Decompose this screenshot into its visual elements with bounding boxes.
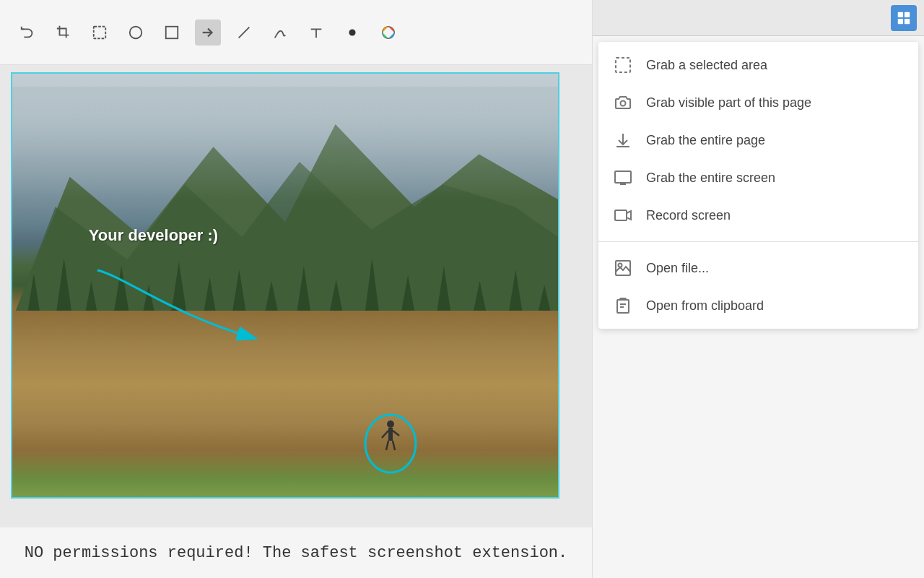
open-file-label: Open file...	[646, 261, 709, 276]
grab-visible-label: Grab visible part of this page	[646, 95, 811, 111]
image-canvas: Your developer :)	[11, 72, 559, 499]
open-file-button[interactable]: Open file...	[598, 249, 918, 287]
svg-rect-2	[166, 26, 178, 38]
grab-visible-button[interactable]: Grab visible part of this page	[598, 84, 918, 121]
download-icon	[613, 130, 633, 150]
clipboard-icon	[613, 296, 633, 316]
svg-rect-39	[898, 18, 903, 23]
extension-button-area	[593, 0, 924, 36]
crop-button[interactable]	[51, 20, 77, 46]
svg-point-1	[130, 26, 142, 38]
menu-section-open: Open file... Open from clipboard	[598, 245, 918, 329]
svg-rect-45	[615, 171, 631, 183]
select-button[interactable]	[87, 20, 113, 46]
image-icon	[613, 258, 633, 278]
svg-point-42	[621, 101, 626, 106]
grab-selected-area-label: Grab a selected area	[646, 58, 767, 73]
open-clipboard-button[interactable]: Open from clipboard	[598, 287, 918, 324]
context-menu: Grab a selected area Grab visible part o…	[598, 42, 918, 329]
record-screen-label: Record screen	[646, 208, 731, 223]
dropdown-panel: Grab a selected area Grab visible part o…	[592, 0, 924, 578]
annotation-circle	[362, 404, 419, 476]
grab-selected-area-button[interactable]: Grab a selected area	[598, 46, 918, 84]
canvas-area: Your developer :)	[0, 65, 592, 578]
record-screen-button[interactable]: Record screen	[598, 197, 918, 234]
grab-entire-page-button[interactable]: Grab the entire page	[598, 121, 918, 159]
menu-section-capture: Grab a selected area Grab visible part o…	[598, 42, 918, 238]
open-clipboard-label: Open from clipboard	[646, 298, 764, 314]
grab-entire-screen-label: Grab the entire screen	[646, 171, 775, 186]
annotation-arrow	[83, 256, 285, 350]
bottom-text-area: NO permissions required! The safest scre…	[0, 527, 592, 578]
svg-line-34	[393, 431, 399, 436]
menu-divider	[598, 241, 918, 242]
line-button[interactable]	[231, 20, 257, 46]
svg-rect-11	[12, 87, 558, 199]
camera-icon	[613, 92, 633, 113]
dot-button[interactable]	[339, 20, 365, 46]
svg-rect-41	[616, 58, 630, 72]
svg-rect-40	[905, 18, 910, 23]
grab-entire-page-label: Grab the entire page	[646, 133, 765, 148]
text-button[interactable]	[303, 20, 329, 46]
rectangle-button[interactable]	[159, 20, 185, 46]
freehand-button[interactable]	[267, 20, 293, 46]
svg-rect-48	[615, 210, 627, 220]
svg-rect-38	[905, 12, 910, 17]
svg-line-36	[393, 441, 395, 450]
svg-point-7	[349, 29, 355, 35]
arrow-button[interactable]	[195, 20, 221, 46]
svg-point-31	[387, 420, 394, 428]
svg-line-33	[382, 431, 388, 438]
extension-icon-button[interactable]	[891, 5, 917, 31]
grab-entire-screen-button[interactable]: Grab the entire screen	[598, 159, 918, 197]
annotation-text: Your developer :)	[89, 226, 218, 245]
svg-marker-49	[627, 211, 631, 220]
video-icon	[613, 205, 633, 225]
ellipse-button[interactable]	[123, 20, 149, 46]
svg-line-35	[386, 441, 388, 450]
svg-rect-32	[388, 428, 393, 441]
svg-rect-37	[898, 12, 903, 17]
selected-area-icon	[613, 55, 633, 75]
toolbar	[0, 0, 592, 65]
undo-button[interactable]	[14, 20, 40, 46]
svg-rect-0	[94, 26, 106, 38]
color-button[interactable]	[375, 20, 401, 46]
svg-line-4	[239, 27, 250, 38]
bottom-tagline: NO permissions required! The safest scre…	[25, 544, 568, 562]
monitor-icon	[613, 168, 633, 188]
